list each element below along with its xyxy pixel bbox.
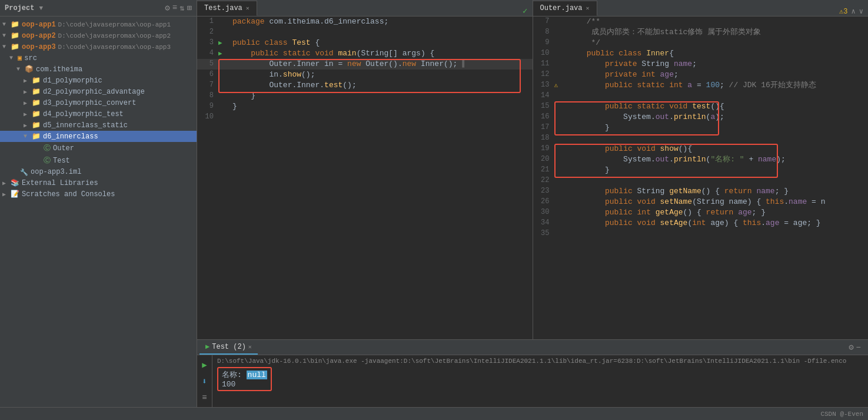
warn-icon-13: ⚠: [554, 82, 558, 89]
arrow-icon: ▶: [24, 77, 31, 84]
bottom-left-icons: ▶ ⬇ ≡: [197, 355, 212, 407]
bottom-with-icons: ▶ ⬇ ≡ D:\soft\Java\jdk-16.0.1\bin\java.e…: [197, 355, 868, 407]
dual-editor: Test.java ✕ ✓ 1: [197, 0, 868, 339]
run-line-1: 名称: null: [222, 369, 267, 380]
arrow-icon: ▶: [24, 122, 31, 129]
tab-test-java[interactable]: Test.java ✕: [197, 1, 257, 16]
panel-header: Project ▼ ⚙ ≡ ⇅ ⊞: [0, 0, 197, 16]
code-line-1: 1 package com.itheima.d6_innerclass;: [197, 16, 533, 27]
checkmark-icon: ✓: [523, 6, 527, 16]
settings-icon[interactable]: ⚙: [165, 3, 169, 13]
right-line-27: 35: [533, 229, 869, 239]
folder-icon: 📁: [32, 132, 41, 141]
arrow-icon: ▶: [2, 191, 9, 198]
left-code-area[interactable]: 1 package com.itheima.d6_innerclass; 2: [197, 16, 533, 339]
left-editor-pane: Test.java ✕ ✓ 1: [197, 0, 533, 339]
run-tab[interactable]: ▶ Test (2) ✕: [199, 340, 258, 355]
tree-item-d1[interactable]: ▶ 📁 d1_polymorphic: [0, 75, 197, 86]
sort-icon[interactable]: ⇅: [179, 3, 184, 13]
settings-run-icon[interactable]: ⚙: [849, 342, 853, 352]
tab-close-icon[interactable]: ✕: [246, 5, 250, 12]
arrow-icon: ▼: [9, 55, 16, 61]
arrow-icon: ▼: [16, 66, 24, 72]
tree-item-scratches[interactable]: ▶ 📝 Scratches and Consoles: [0, 188, 197, 200]
tree-item-iml[interactable]: 🔧 oop-app3.iml: [0, 167, 197, 177]
right-line-20: 20 System.out.println("名称: " + name);: [533, 154, 869, 165]
tree-item-d3[interactable]: ▶ 📁 d3_polymorphic_convert: [0, 97, 197, 108]
nav-down-icon[interactable]: ∨: [859, 7, 863, 16]
tab-outer-java[interactable]: Outer.java ✕: [533, 1, 597, 16]
tree-item-d2[interactable]: ▶ 📁 d2_polymorphic_advantage: [0, 86, 197, 97]
tree-item-oop-app3[interactable]: ▼ 📁 oop-app3 D:\code\javasepromax\oop-ap…: [0, 41, 197, 52]
bottom-right-icons: ⚙ −: [849, 342, 866, 352]
warn-count: ⚠3: [839, 7, 847, 16]
list-icon[interactable]: ≡: [172, 3, 177, 13]
external-icon: 📚: [11, 178, 19, 187]
right-editor-tabs: Outer.java ✕ ⚠3 ∧ ∨: [533, 0, 869, 16]
minimize-run-icon[interactable]: −: [856, 343, 861, 352]
folder-icon: 📁: [11, 42, 19, 51]
tab-outer-label: Outer.java: [540, 4, 583, 12]
arrow-icon: ▶: [24, 100, 31, 107]
stop-icon[interactable]: ⬇: [198, 375, 211, 388]
code-line-8: 8 }: [197, 91, 533, 101]
right-line-25: 30 public int getAge() { return age; }: [533, 207, 869, 218]
app-container: Project ▼ ⚙ ≡ ⇅ ⊞ ▼ 📁 oop-app1 D:\code\j…: [0, 0, 868, 420]
code-table-left: 1 package com.itheima.d6_innerclass; 2: [197, 16, 533, 123]
right-line-8: 8 成员内部类：不能加static修饰 属于外部类对象: [533, 27, 869, 38]
tab-close-outer-icon[interactable]: ✕: [586, 5, 590, 12]
tree-item-test[interactable]: Ⓒ Test: [0, 154, 197, 167]
right-line-19: 19 public void show(){: [533, 144, 869, 154]
right-line-26: 34 public void setAge(int age) { this.ag…: [533, 218, 869, 229]
tree-item-oop-app1[interactable]: ▼ 📁 oop-app1 D:\code\javasepromax\oop-ap…: [0, 19, 197, 30]
folder-icon: 📁: [32, 87, 41, 96]
expand-icon[interactable]: ⊞: [187, 3, 192, 13]
tree-item-oop-app2[interactable]: ▼ 📁 oop-app2 D:\code\javasepromax\oop-ap…: [0, 30, 197, 41]
folder-icon: 📁: [32, 98, 41, 107]
folder-icon: 📁: [11, 31, 19, 40]
tree-container: ▼ 📁 oop-app1 D:\code\javasepromax\oop-ap…: [0, 16, 197, 407]
code-line-4: 4 ▶ public static void main(String[] arg…: [197, 48, 533, 59]
package-icon: 📦: [25, 65, 34, 74]
src-folder-icon: ▣: [18, 54, 22, 62]
nav-up-icon[interactable]: ∧: [852, 7, 856, 16]
tree-item-d5[interactable]: ▶ 📁 d5_innerclass_static: [0, 120, 197, 131]
right-editor-pane: Outer.java ✕ ⚠3 ∧ ∨: [533, 0, 869, 339]
right-code-area[interactable]: 7 /** 8 成员内部类：不能加static修饰 属于外部类对象: [533, 16, 869, 339]
right-line-22: 22: [533, 176, 869, 186]
null-value: null: [247, 371, 267, 379]
tree-item-external[interactable]: ▶ 📚 External Libraries: [0, 177, 197, 188]
class-icon: Ⓒ: [44, 143, 51, 153]
run-tab-close[interactable]: ✕: [248, 343, 252, 350]
run-icon-4[interactable]: ▶: [218, 50, 222, 57]
arrow-icon: ▶: [24, 88, 31, 95]
right-line-24: 26 public void setName(String name) { th…: [533, 197, 869, 207]
right-line-23: 23 public String getName() { return name…: [533, 186, 869, 197]
right-line-12: 12 private int age;: [533, 70, 869, 80]
code-line-2: 2: [197, 27, 533, 38]
bottom-panel: ▶ Test (2) ✕ ⚙ − ▶ ⬇ ≡: [197, 339, 868, 407]
run-output-lines: 名称: null 100: [217, 367, 863, 391]
run-again-icon[interactable]: ▶: [198, 358, 211, 371]
run-line-2: 100: [222, 380, 267, 389]
right-line-16: 16 System.out.println(a);: [533, 112, 869, 123]
panel-title: Project: [5, 4, 34, 12]
tree-item-d4[interactable]: ▶ 📁 d4_polymorphic_test: [0, 108, 197, 120]
run-command: D:\soft\Java\jdk-16.0.1\bin\java.exe -ja…: [217, 358, 863, 365]
panel-dropdown-icon[interactable]: ▼: [39, 5, 43, 12]
format-icon[interactable]: ≡: [198, 391, 211, 404]
code-line-3: 3 ▶ public class Test {: [197, 38, 533, 48]
tree-item-src[interactable]: ▼ ▣ src: [0, 52, 197, 64]
tree-item-d6[interactable]: ▼ 📁 d6_innerclass: [0, 131, 197, 142]
right-line-7: 7 /**: [533, 16, 869, 27]
code-line-10: 10: [197, 112, 533, 123]
code-line-7: 7 Outer.Inner.test();: [197, 80, 533, 91]
tree-item-outer[interactable]: Ⓒ Outer: [0, 142, 197, 154]
right-line-15: 15 public static void test(){: [533, 101, 869, 112]
code-line-9: 9 }: [197, 101, 533, 112]
right-line-13: 13 ⚠ public static int a = 100; // JDK 1…: [533, 80, 869, 91]
run-icon-3[interactable]: ▶: [218, 39, 222, 47]
class-icon: Ⓒ: [44, 156, 51, 166]
scratches-icon: 📝: [11, 190, 19, 199]
tree-item-package[interactable]: ▼ 📦 com.itheima: [0, 64, 197, 75]
